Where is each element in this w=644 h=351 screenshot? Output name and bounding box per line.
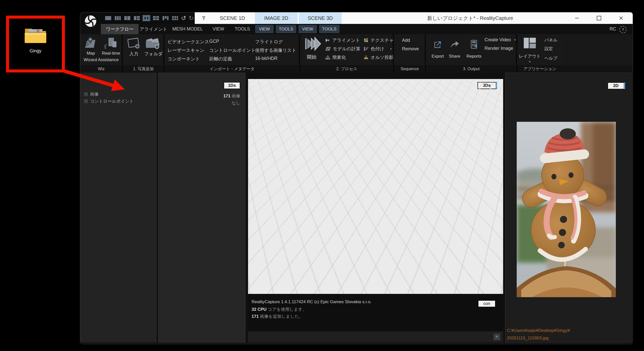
photo-2d[interactable] (517, 122, 616, 297)
control-point-row: なし (231, 100, 240, 106)
component-button[interactable]: コンポーネント (168, 56, 200, 62)
expand-icon[interactable]: + (84, 100, 88, 103)
layout-preset-mixed-icon[interactable] (162, 15, 169, 21)
redo-icon[interactable]: ↻ (189, 15, 194, 21)
reports-icon[interactable] (470, 40, 478, 50)
flight-log-button[interactable]: フライトログ (255, 39, 283, 45)
add-view-button[interactable]: + (494, 334, 500, 340)
maximize-button[interactable] (591, 12, 607, 24)
ribbon-tab-view-2d[interactable]: VIEW (255, 25, 273, 33)
hdr-button[interactable]: 16-bit/HDR (255, 56, 277, 61)
console-line-3: 171 画像を追加しました。 (252, 314, 303, 319)
layout-preset-2col-icon[interactable] (124, 15, 131, 21)
tree-item-control-points-label: コントロールポイント (90, 98, 134, 104)
layout-preset-selected-icon[interactable] (143, 15, 150, 21)
layout-preset-col-rows-icon[interactable] (133, 15, 140, 21)
panel-1ds-badge[interactable]: 1Ds (224, 82, 240, 89)
layout-big-icon[interactable] (523, 37, 536, 50)
viewport-3d[interactable] (248, 79, 503, 294)
export-button-label[interactable]: Export (428, 54, 448, 59)
layout-preset-3col-icon[interactable] (114, 15, 121, 21)
ribbon-tab-tools-3d[interactable]: TOOLS (319, 25, 339, 33)
calculate-model-button[interactable]: モデルの計算 ▾ (325, 46, 365, 52)
tab-scene-3d-label: SCENE 3D (308, 15, 333, 21)
gcp-button[interactable]: GCP (209, 39, 219, 44)
realtime-button-label[interactable]: Real-time (100, 51, 122, 56)
image-count-unit: 画像 (232, 94, 240, 98)
ribbon-tab-workflow[interactable]: ワークフロー (101, 24, 139, 34)
colorize-button[interactable]: 色付け ▾ (364, 46, 392, 52)
video-sequence-button[interactable]: ビデオシークエンス (168, 39, 209, 45)
layout-caret-icon[interactable]: ▾ (517, 60, 542, 63)
close-button[interactable] (614, 12, 629, 24)
create-video-button[interactable]: Create Video ▾ (485, 37, 516, 43)
console-line-2: 32 CPU コアを使用します。 (252, 306, 307, 312)
undo-icon[interactable]: ↺ (181, 15, 186, 21)
render-image-button[interactable]: Render Image (485, 46, 513, 51)
wizard-assistance-label[interactable]: Wizard Assistance (80, 57, 122, 62)
tree-item-control-points[interactable]: + コントロールポイント (84, 98, 134, 104)
map-button-label[interactable]: Map (82, 51, 100, 56)
maximize-icon (597, 16, 601, 20)
export-icon[interactable] (433, 40, 442, 50)
console-panel: RealityCapture 1.4.1.117424 RC (c) Epic … (248, 294, 503, 331)
alignment-icon (325, 38, 330, 43)
minimize-button[interactable] (569, 12, 584, 24)
tab-image-2d[interactable]: IMAGE 2D (255, 12, 298, 24)
ribbon-tab-view-3d[interactable]: VIEW (299, 25, 317, 33)
ribbon-tab-view[interactable]: VIEW (209, 24, 228, 34)
folder-button-label[interactable]: フォルダ (143, 51, 164, 57)
realtime-assistance-icon[interactable] (103, 37, 117, 50)
map-wizard-icon[interactable] (84, 37, 97, 50)
texture-icon (364, 38, 369, 43)
panel-2d: 2D (505, 73, 631, 342)
panel-1ds[interactable]: 1Ds 171 画像 なし (158, 73, 246, 342)
texture-button[interactable]: テクスチャ (364, 37, 394, 43)
minimize-icon (575, 18, 579, 18)
ribbon-group-import: ビデオシークエンス レーザースキャン コンポーネント GCP コントロールポイン… (165, 34, 300, 65)
console-footer: + (248, 331, 503, 342)
laser-scan-button[interactable]: レーザースキャン (168, 47, 205, 53)
help-icon[interactable]: ? (619, 26, 627, 33)
define-distance-button[interactable]: 距離の定義 (209, 56, 232, 62)
image-path-directory: C:¥Users¥saijo¥Desktop¥Gingy¥ (507, 328, 570, 333)
ribbon-collapse-icon[interactable] (202, 16, 206, 21)
inputs-button-label[interactable]: 入力 (124, 51, 144, 57)
layout-preset-single-icon[interactable] (105, 15, 112, 21)
viewport-3d-badge[interactable]: 3Ds (477, 82, 497, 89)
scene-tree-panel: + 画像 + コントロールポイント (80, 73, 157, 342)
start-process-icon[interactable] (304, 36, 321, 53)
desktop-folder-gingy[interactable]: Gingy (9, 19, 62, 69)
ribbon-tab-alignment[interactable]: アライメント (136, 24, 171, 34)
sequence-add-button[interactable]: Add (402, 38, 410, 43)
simplify-icon (325, 55, 330, 60)
ribbon-tab-mesh-model[interactable]: MESH MODEL (169, 24, 206, 34)
ortho-projection-button[interactable]: オルソ投影 (364, 54, 393, 60)
panel-2d-badge[interactable]: 2D (608, 82, 625, 89)
reports-button-label[interactable]: Reports (464, 54, 484, 59)
share-button-label[interactable]: Share (447, 54, 463, 59)
alignment-button[interactable]: アライメント (325, 37, 360, 43)
panels-button[interactable]: パネル (544, 37, 557, 43)
ribbon-tab-tools-2d[interactable]: TOOLS (276, 25, 296, 33)
ribbon-group-application: レイアウト ▾ パネル 設定 ヘルプ (517, 34, 562, 65)
image-count-value: 171 (223, 94, 230, 98)
ribbon-tab-tools[interactable]: TOOLS (231, 24, 254, 34)
console-badge[interactable]: con (478, 300, 496, 307)
image-list-button[interactable]: 使用する画像リスト (255, 47, 296, 53)
layout-button-label[interactable]: レイアウト (517, 53, 542, 59)
alignment-button-label: アライメント (332, 37, 360, 43)
tab-scene-3d[interactable]: SCENE 3D (299, 12, 342, 24)
layout-preset-grid-icon[interactable] (152, 15, 159, 21)
control-points-button[interactable]: コントロールポイント (209, 47, 256, 53)
start-button-label[interactable]: 開始 (302, 54, 321, 60)
sequence-remove-button[interactable]: Remove (402, 46, 419, 52)
help-button[interactable]: ヘルプ (544, 55, 557, 61)
add-folder-icon[interactable] (144, 36, 160, 51)
simplify-button[interactable]: 簡素化 (325, 54, 346, 60)
layout-preset-6pane-icon[interactable] (172, 15, 179, 21)
tab-scene-1d[interactable]: SCENE 1D (211, 12, 254, 24)
add-images-icon[interactable] (127, 37, 141, 51)
share-icon[interactable] (450, 40, 460, 50)
settings-button[interactable]: 設定 (544, 46, 553, 52)
